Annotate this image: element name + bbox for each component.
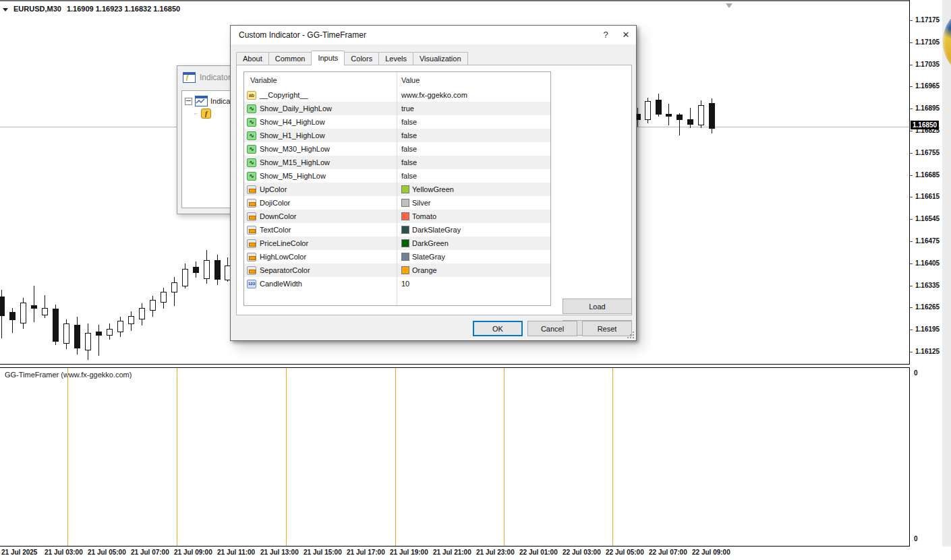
price-axis-label: 1.17035 [915,61,940,68]
param-row[interactable]: TextColorDarkSlateGray [244,223,550,237]
param-value: SlateGray [412,253,445,261]
candle-body-up [63,323,69,344]
candle-body-down [0,297,5,316]
param-row[interactable]: ∿Show_Daily_HighLowtrue [244,102,550,115]
tree-collapse-icon[interactable] [185,98,192,105]
reset-button[interactable]: Reset [582,321,632,336]
candle-body-down [74,325,80,348]
price-axis-label: 1.16195 [915,325,940,333]
param-name-cell: DownColor [244,212,397,221]
time-axis-label: 21 Jul 03:00 [45,549,83,556]
param-value-cell[interactable]: false [397,172,550,180]
tab-inputs[interactable]: Inputs [311,51,345,65]
close-icon[interactable]: ✕ [616,26,636,44]
param-row[interactable]: ∿Show_M15_HighLowfalse [244,156,550,169]
param-value-cell[interactable]: DarkSlateGray [397,226,550,234]
param-value-cell[interactable]: DarkGreen [397,239,550,247]
tab-about[interactable]: About [236,52,269,65]
symbol-dropdown-icon[interactable] [3,8,8,11]
param-row[interactable]: ∿Show_H4_HighLowfalse [244,115,550,129]
param-name-cell: ab__Copyright__ [244,91,397,100]
resize-grip[interactable] [633,337,634,338]
candle-body-up [645,101,651,120]
param-row[interactable]: PriceLineColorDarkGreen [244,237,550,250]
param-row[interactable]: SeparatorColorOrange [244,263,550,277]
param-name: DownColor [260,212,296,220]
price-axis-label: 1.16265 [915,303,940,311]
time-axis-label: 21 Jul 11:00 [217,549,255,556]
param-name: __Copyright__ [260,91,308,99]
param-value: false [401,118,417,126]
color-swatch [401,266,409,274]
timeframe-separator-line [67,368,68,546]
candle-body-up [204,260,210,279]
time-axis[interactable]: 21 Jul 202521 Jul 03:0021 Jul 05:0021 Ju… [0,547,951,560]
param-value: Tomato [412,212,436,220]
param-value-cell[interactable]: www.fx-ggekko.com [397,91,550,99]
param-value-cell[interactable]: Orange [397,266,550,274]
price-axis-label: 1.16125 [915,348,940,355]
indicator-subwindow[interactable]: GG-TimeFramer (www.fx-ggekko.com) [0,367,909,547]
candle-body-down [666,114,672,117]
time-axis-label: 21 Jul 21:00 [433,549,471,556]
dialog-titlebar[interactable]: Custom Indicator - GG-TimeFramer ? ✕ [231,26,636,44]
price-axis-label: 1.16475 [915,237,940,245]
param-row[interactable]: ∿Show_M30_HighLowfalse [244,142,550,156]
string-type-icon: ab [247,91,256,100]
param-value-cell[interactable]: Silver [397,199,550,207]
param-name-cell: ∿Show_M15_HighLow [244,158,397,167]
price-tick [910,241,913,242]
param-row[interactable]: ab__Copyright__www.fx-ggekko.com [244,88,550,102]
price-tick [910,307,913,308]
param-name: Show_M30_HighLow [260,145,330,153]
param-row[interactable]: UpColorYellowGreen [244,183,550,196]
price-axis[interactable]: 1.171751.171051.170351.169651.168951.168… [909,0,942,365]
ok-button[interactable]: OK [473,321,523,336]
help-button[interactable]: ? [596,26,616,44]
mt4-chart-window: EURUSD,M30 1.16909 1.16923 1.16832 1.168… [0,0,951,560]
param-value-cell[interactable]: Tomato [397,212,550,220]
tab-colors[interactable]: Colors [344,52,379,65]
param-name-cell: ∿Show_H1_HighLow [244,131,397,140]
price-axis-label: 1.16755 [915,149,940,156]
param-value-cell[interactable]: false [397,118,550,126]
param-row[interactable]: ∿Show_H1_HighLowfalse [244,129,550,142]
color-type-icon [247,239,256,248]
price-tick [910,197,913,197]
param-row[interactable]: DownColorTomato [244,210,550,223]
candle-body-up [42,308,48,315]
right-edge-strip [942,0,951,560]
color-swatch [401,185,409,193]
indicator-subwindow-axis[interactable]: 0 0 [909,367,942,547]
param-value-cell[interactable]: false [397,131,550,139]
time-axis-label: 22 Jul 07:00 [649,549,687,556]
param-row[interactable]: DojiColorSilver [244,196,550,210]
time-axis-label: 22 Jul 09:00 [692,549,730,556]
candle-body-up [171,282,177,292]
tab-visualization[interactable]: Visualization [413,52,468,65]
param-value-cell[interactable]: true [397,104,550,113]
chart-shift-marker-icon[interactable] [726,3,732,8]
param-row[interactable]: HighLowColorSlateGray [244,250,550,263]
bool-type-icon: ∿ [247,172,256,181]
parameters-table[interactable]: Variable Value ab__Copyright__www.fx-gge… [243,71,551,306]
param-row[interactable]: 123CandleWidth10 [244,277,550,290]
param-value-cell[interactable]: YellowGreen [397,185,550,193]
param-value-cell[interactable]: false [397,158,550,166]
param-value-cell[interactable]: SlateGray [397,253,550,261]
param-value: false [401,145,417,153]
table-column-divider[interactable] [397,72,397,305]
param-value-cell[interactable]: 10 [397,280,550,288]
price-tick [910,352,913,352]
candle-body-down [214,260,221,280]
param-value-cell[interactable]: false [397,145,550,153]
param-row[interactable]: ∿Show_M5_HighLowfalse [244,169,550,183]
tab-levels[interactable]: Levels [378,52,413,65]
timeframe-separator-line [177,368,177,546]
cancel-button[interactable]: Cancel [527,321,577,336]
tab-common[interactable]: Common [268,52,312,65]
indicators-window-icon: f [183,72,196,83]
time-axis-label: 21 Jul 15:00 [304,549,342,556]
load-button[interactable]: Load [563,299,632,314]
color-type-icon [247,226,256,235]
